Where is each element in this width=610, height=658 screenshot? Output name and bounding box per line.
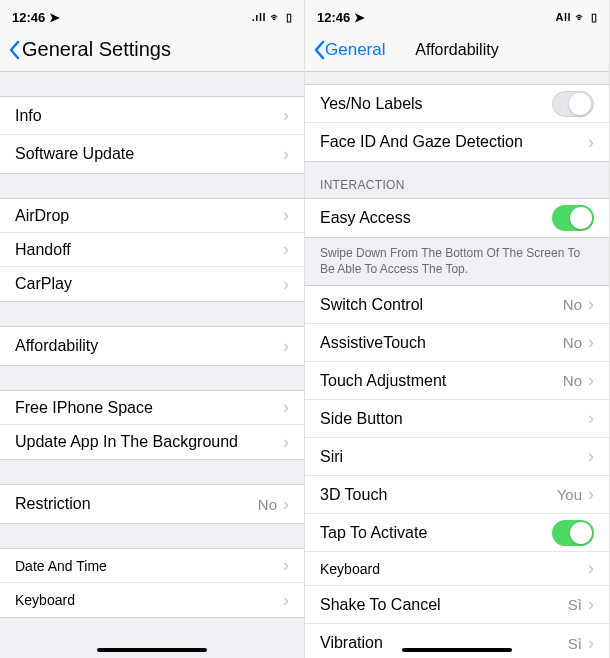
row-easy-access[interactable]: Easy Access: [305, 199, 609, 237]
chevron-right-icon: ›: [283, 590, 289, 611]
chevron-right-icon: ›: [588, 408, 594, 429]
row-label: CarPlay: [15, 275, 72, 293]
back-button[interactable]: General: [313, 40, 385, 60]
row-faceid-gaze[interactable]: Face ID And Gaze Detection ›: [305, 123, 609, 161]
chevron-right-icon: ›: [588, 484, 594, 505]
row-label: AirDrop: [15, 207, 69, 225]
row-shake-cancel[interactable]: Shake To Cancel Sì›: [305, 586, 609, 624]
chevron-right-icon: ›: [588, 633, 594, 654]
row-airdrop[interactable]: AirDrop ›: [0, 199, 304, 233]
row-value: No: [563, 372, 582, 389]
battery-icon: ▯: [286, 11, 293, 24]
row-label: Vibration: [320, 634, 383, 652]
chevron-right-icon: ›: [588, 132, 594, 153]
location-icon: ➤: [354, 10, 365, 25]
row-label: Affordability: [15, 337, 98, 355]
row-label: Touch Adjustment: [320, 372, 446, 390]
row-label: Shake To Cancel: [320, 596, 441, 614]
chevron-right-icon: ›: [283, 205, 289, 226]
chevron-right-icon: ›: [283, 105, 289, 126]
chevron-right-icon: ›: [283, 494, 289, 515]
chevron-right-icon: ›: [283, 336, 289, 357]
row-restriction[interactable]: Restriction No ›: [0, 485, 304, 523]
back-label: General: [325, 40, 385, 60]
row-carplay[interactable]: CarPlay ›: [0, 267, 304, 301]
row-info[interactable]: Info ›: [0, 97, 304, 135]
chevron-left-icon: [313, 40, 325, 60]
row-label: Info: [15, 107, 42, 125]
row-value: Sì: [568, 635, 582, 652]
row-value: No: [563, 334, 582, 351]
row-label: Free IPhone Space: [15, 399, 153, 417]
row-label: Update App In The Background: [15, 433, 238, 451]
row-label: Keyboard: [15, 592, 75, 608]
row-vibration[interactable]: Vibration Sì›: [305, 624, 609, 658]
page-title: Affordability: [415, 41, 498, 59]
row-label: Handoff: [15, 241, 71, 259]
row-label: Siri: [320, 448, 343, 466]
nav-header: General Settings: [0, 28, 304, 72]
row-update-background[interactable]: Update App In The Background ›: [0, 425, 304, 459]
row-keyboard[interactable]: Keyboard ›: [0, 583, 304, 617]
signal-text: All: [555, 11, 571, 23]
help-text-easy-access: Swipe Down From The Bottom Of The Screen…: [305, 238, 609, 285]
row-label: 3D Touch: [320, 486, 387, 504]
row-label: Yes/No Labels: [320, 95, 423, 113]
status-bar: 12:46 ➤ .ıll ᯤ ▯: [0, 0, 304, 28]
chevron-right-icon: ›: [588, 594, 594, 615]
row-date-time[interactable]: Date And Time ›: [0, 549, 304, 583]
row-switch-control[interactable]: Switch Control No›: [305, 286, 609, 324]
row-value: Sì: [568, 596, 582, 613]
battery-icon: ▯: [591, 11, 598, 24]
row-label: Easy Access: [320, 209, 411, 227]
row-value: No: [258, 496, 277, 513]
toggle-tap-activate[interactable]: [552, 520, 594, 546]
home-indicator[interactable]: [402, 648, 512, 652]
row-affordability[interactable]: Affordability ›: [0, 327, 304, 365]
row-keyboard[interactable]: Keyboard ›: [305, 552, 609, 586]
chevron-right-icon: ›: [588, 332, 594, 353]
chevron-right-icon: ›: [283, 274, 289, 295]
row-touch-adjustment[interactable]: Touch Adjustment No›: [305, 362, 609, 400]
chevron-right-icon: ›: [588, 370, 594, 391]
section-header-interaction: INTERACTION: [305, 162, 609, 198]
location-icon: ➤: [49, 10, 60, 25]
row-label: Software Update: [15, 145, 134, 163]
chevron-right-icon: ›: [588, 558, 594, 579]
row-label: Side Button: [320, 410, 403, 428]
row-value: No: [563, 296, 582, 313]
status-time: 12:46: [12, 10, 45, 25]
row-handoff[interactable]: Handoff ›: [0, 233, 304, 267]
chevron-right-icon: ›: [588, 446, 594, 467]
row-label: Switch Control: [320, 296, 423, 314]
row-label: Restriction: [15, 495, 91, 513]
chevron-left-icon: [8, 40, 20, 60]
chevron-right-icon: ›: [283, 239, 289, 260]
row-side-button[interactable]: Side Button ›: [305, 400, 609, 438]
chevron-right-icon: ›: [283, 555, 289, 576]
wifi-icon: ᯤ: [575, 11, 587, 23]
row-label: AssistiveTouch: [320, 334, 426, 352]
row-label: Tap To Activate: [320, 524, 427, 542]
status-bar: 12:46 ➤ All ᯤ ▯: [305, 0, 609, 28]
status-time: 12:46: [317, 10, 350, 25]
row-free-space[interactable]: Free IPhone Space ›: [0, 391, 304, 425]
row-value: You: [557, 486, 582, 503]
toggle-easy-access[interactable]: [552, 205, 594, 231]
toggle-yesno[interactable]: [552, 91, 594, 117]
row-label: Keyboard: [320, 561, 380, 577]
back-button[interactable]: [8, 40, 20, 60]
row-tap-activate[interactable]: Tap To Activate: [305, 514, 609, 552]
chevron-right-icon: ›: [588, 294, 594, 315]
row-label: Date And Time: [15, 558, 107, 574]
home-indicator[interactable]: [97, 648, 207, 652]
row-yesno-labels[interactable]: Yes/No Labels: [305, 85, 609, 123]
row-3d-touch[interactable]: 3D Touch You›: [305, 476, 609, 514]
row-software-update[interactable]: Software Update ›: [0, 135, 304, 173]
row-siri[interactable]: Siri ›: [305, 438, 609, 476]
wifi-icon: ᯤ: [270, 11, 282, 23]
chevron-right-icon: ›: [283, 432, 289, 453]
signal-icon: .ıll: [252, 11, 266, 23]
row-assistive-touch[interactable]: AssistiveTouch No›: [305, 324, 609, 362]
page-title: General Settings: [22, 38, 171, 61]
